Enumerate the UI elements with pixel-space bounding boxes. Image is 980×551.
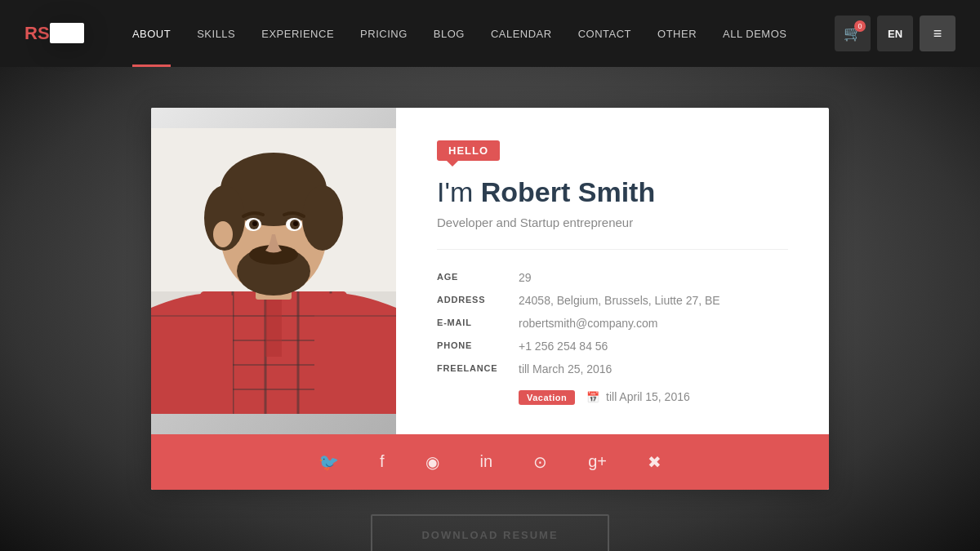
svg-rect-11 — [265, 291, 282, 357]
info-label: PHONE — [437, 335, 519, 358]
download-section: DOWNLOAD RESUME — [371, 490, 608, 551]
info-row: FREELANCEtill March 25, 2016 — [437, 358, 788, 380]
vacation-row: Vacation 📅 till April 15, 2016 — [437, 385, 788, 410]
svg-point-23 — [252, 221, 257, 226]
card-name-bold: Robert Smith — [481, 176, 655, 207]
dribbble-icon[interactable]: ◉ — [425, 452, 439, 472]
nav-link-blog[interactable]: BLOG — [421, 0, 478, 67]
info-label: E-MAIL — [437, 312, 519, 335]
vacation-label — [437, 385, 519, 410]
calendar-icon: 📅 — [586, 391, 599, 403]
profile-card: HELLO I'm Robert Smith Developer and Sta… — [151, 108, 829, 490]
info-row: PHONE+1 256 254 84 56 — [437, 335, 788, 358]
logo[interactable]: RScard — [24, 23, 84, 44]
nav-link-skills[interactable]: SKILLS — [184, 0, 248, 67]
social-bar: 🐦f◉in⊙g+✖ — [151, 434, 829, 490]
nav-link-other[interactable]: OTHER — [644, 0, 710, 67]
cart-badge: 0 — [854, 20, 866, 32]
twitter-icon[interactable]: 🐦 — [318, 452, 339, 472]
info-label: FREELANCE — [437, 358, 519, 380]
logo-rs: RS — [24, 23, 50, 43]
nav-link-experience[interactable]: EXPERIENCE — [248, 0, 347, 67]
card-body: HELLO I'm Robert Smith Developer and Sta… — [151, 108, 829, 434]
facebook-icon[interactable]: f — [380, 452, 385, 472]
card-name-light: I'm — [437, 176, 481, 207]
info-label: ADDRESS — [437, 289, 519, 312]
lang-button[interactable]: EN — [877, 16, 913, 51]
nav-item-other[interactable]: OTHER — [644, 0, 710, 67]
googleplus-icon[interactable]: g+ — [588, 452, 607, 472]
nav-link-all-demos[interactable]: ALL DEMOS — [710, 0, 800, 67]
profile-photo-svg — [151, 128, 396, 414]
instagram-icon[interactable]: ⊙ — [533, 452, 547, 472]
nav-link-about[interactable]: ABOUT — [119, 0, 184, 67]
info-row: AGE29 — [437, 266, 788, 289]
svg-point-16 — [302, 185, 343, 251]
page-wrapper: HELLO I'm Robert Smith Developer and Sta… — [0, 67, 980, 551]
nav-item-about[interactable]: ABOUT — [119, 0, 184, 67]
download-button[interactable]: DOWNLOAD RESUME — [371, 514, 608, 551]
vacation-badge: Vacation — [519, 390, 575, 405]
svg-point-25 — [213, 221, 233, 247]
card-name: I'm Robert Smith — [437, 176, 788, 209]
nav-item-all-demos[interactable]: ALL DEMOS — [710, 0, 800, 67]
nav-item-skills[interactable]: SKILLS — [184, 0, 248, 67]
info-value: till March 25, 2016 — [519, 358, 788, 380]
nav-item-blog[interactable]: BLOG — [421, 0, 478, 67]
menu-button[interactable]: ≡ — [920, 16, 956, 51]
nav-item-calendar[interactable]: CALENDAR — [478, 0, 565, 67]
nav-link-contact[interactable]: CONTACT — [565, 0, 644, 67]
info-value: 24058, Belgium, Brussels, Liutte 27, BE — [519, 289, 788, 312]
hello-badge: HELLO — [437, 140, 500, 161]
nav-item-experience[interactable]: EXPERIENCE — [248, 0, 347, 67]
vacation-date: till April 15, 2016 — [606, 390, 690, 403]
info-row: E-MAILrobertsmith@company.com — [437, 312, 788, 335]
info-value: robertsmith@company.com — [519, 312, 788, 335]
linkedin-icon[interactable]: in — [480, 452, 493, 472]
cart-button[interactable]: 🛒 0 — [835, 16, 871, 51]
info-table: AGE29ADDRESS24058, Belgium, Brussels, Li… — [437, 266, 788, 380]
info-label: AGE — [437, 266, 519, 289]
nav-link-pricing[interactable]: PRICING — [347, 0, 421, 67]
nav-item-pricing[interactable]: PRICING — [347, 0, 421, 67]
logo-card: card — [50, 23, 85, 43]
navbar: RScard ABOUTSKILLSEXPERIENCEPRICINGBLOGC… — [0, 0, 980, 67]
info-value: 29 — [519, 266, 788, 289]
card-photo-inner — [151, 108, 396, 434]
nav-links: ABOUTSKILLSEXPERIENCEPRICINGBLOGCALENDAR… — [119, 0, 800, 67]
svg-point-24 — [293, 221, 298, 226]
navbar-right: 🛒 0 EN ≡ — [835, 16, 956, 51]
xing-icon[interactable]: ✖ — [648, 452, 662, 472]
card-photo — [151, 108, 396, 434]
card-info: HELLO I'm Robert Smith Developer and Sta… — [396, 108, 829, 434]
info-value: +1 256 254 84 56 — [519, 335, 788, 358]
divider — [437, 249, 788, 250]
card-subtitle: Developer and Startup entrepreneur — [437, 216, 788, 229]
nav-item-contact[interactable]: CONTACT — [565, 0, 644, 67]
nav-link-calendar[interactable]: CALENDAR — [478, 0, 565, 67]
info-row: ADDRESS24058, Belgium, Brussels, Liutte … — [437, 289, 788, 312]
vacation-value: Vacation 📅 till April 15, 2016 — [519, 385, 788, 410]
